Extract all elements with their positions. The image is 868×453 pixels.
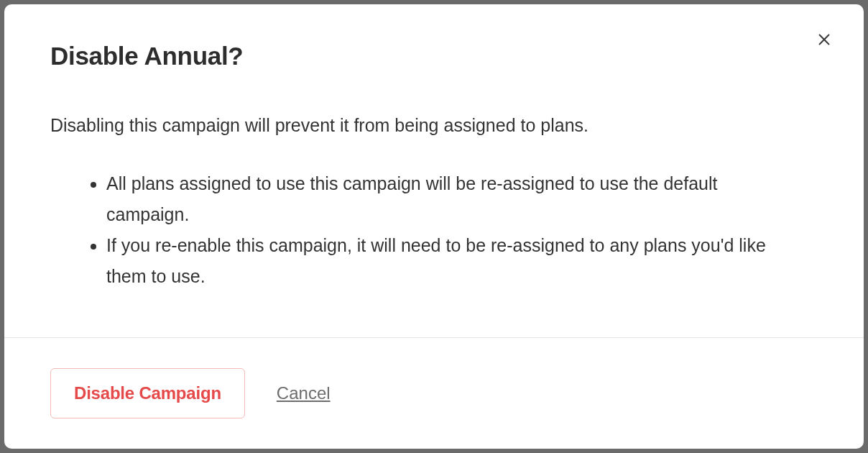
modal-title: Disable Annual? [50, 42, 818, 70]
list-item: All plans assigned to use this campaign … [106, 168, 818, 230]
confirmation-modal: Disable Annual? Disabling this campaign … [4, 4, 864, 449]
modal-footer: Disable Campaign Cancel [4, 337, 864, 449]
modal-content: Disable Annual? Disabling this campaign … [4, 4, 864, 337]
disable-campaign-button[interactable]: Disable Campaign [50, 368, 245, 418]
cancel-button[interactable]: Cancel [277, 383, 331, 403]
modal-description: Disabling this campaign will prevent it … [50, 112, 818, 139]
list-item: If you re-enable this campaign, it will … [106, 230, 818, 292]
bullet-list: All plans assigned to use this campaign … [50, 168, 818, 292]
